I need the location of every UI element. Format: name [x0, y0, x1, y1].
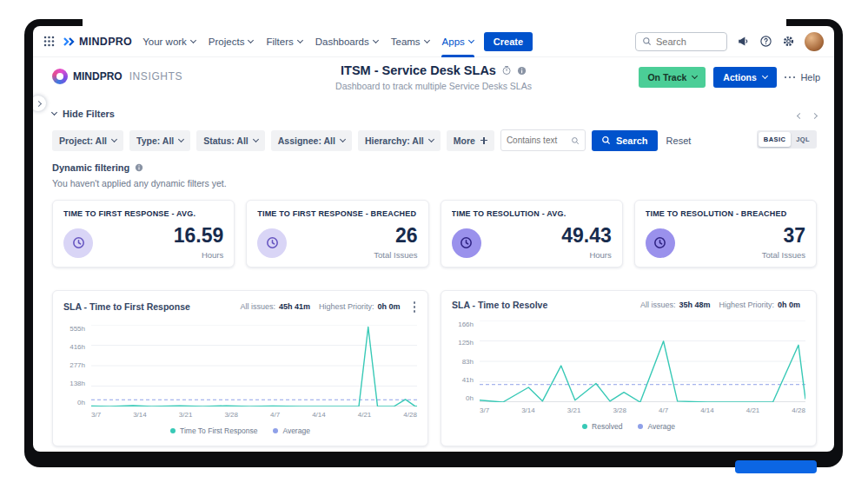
kpi-title: TIME TO FIRST RESPONSE - AVG.	[63, 209, 223, 218]
chevron-down-icon	[340, 135, 346, 142]
kpi-unit: Hours	[561, 250, 612, 260]
reset-button[interactable]: Reset	[666, 135, 692, 146]
info-icon[interactable]	[135, 163, 143, 172]
legend-item: Time To First Response	[170, 426, 257, 435]
kpi-value: 49.43	[561, 226, 612, 246]
contains-text-input[interactable]	[507, 135, 567, 145]
kpi-title: TIME TO RESOLUTION - BREACHED	[646, 209, 805, 218]
help-menu[interactable]: Help	[785, 72, 820, 83]
settings-gear-icon[interactable]	[782, 35, 795, 48]
filter-project[interactable]: Project: All	[52, 130, 123, 151]
contains-text-field[interactable]	[500, 129, 586, 151]
chevron-down-icon	[373, 36, 379, 43]
filter-type[interactable]: Type: All	[129, 130, 190, 151]
kpi-card-first-response-breached: TIME TO FIRST RESPONSE - BREACHED 26 Tot…	[246, 200, 428, 268]
header-actions: On Track Actions Help	[639, 67, 820, 88]
actions-button[interactable]: Actions	[713, 67, 777, 88]
filter-hierarchy[interactable]: Hierarchy: All	[358, 130, 441, 151]
user-avatar[interactable]	[805, 32, 824, 51]
page-title: ITSM - Service Desk SLAs	[341, 63, 496, 77]
kpi-unit: Total Issues	[374, 250, 417, 260]
nav-item-apps[interactable]: Apps	[440, 26, 476, 57]
dynamic-filtering-title: Dynamic filtering	[52, 162, 817, 173]
chevron-down-icon	[111, 135, 117, 142]
sla-clock-icon	[452, 228, 481, 258]
insights-brand-suffix: INSIGHTS	[129, 70, 182, 83]
legend-dot-series-icon	[170, 428, 176, 433]
insights-brand-name: MINDPRO	[73, 70, 123, 83]
line-chart-plot	[91, 325, 417, 406]
insights-brand: MINDPRO INSIGHTS	[52, 69, 182, 84]
mindpro-logo-text: MINDPRO	[79, 36, 132, 48]
chart-title: SLA - Time to First Response	[63, 301, 190, 312]
nav-item-your-work[interactable]: Your work	[140, 26, 198, 57]
search-icon	[601, 135, 611, 145]
chevron-down-icon	[248, 36, 254, 43]
line-chart-plot	[480, 320, 805, 402]
global-search[interactable]	[635, 32, 727, 51]
chart-menu-kebab-icon[interactable]	[412, 300, 418, 314]
kpi-title: TIME TO RESOLUTION - AVG.	[452, 209, 612, 218]
legend-dot-series-icon	[582, 424, 587, 429]
legend-item: Resolved	[582, 422, 622, 431]
timer-icon	[501, 65, 512, 76]
chevron-down-icon	[424, 36, 430, 43]
legend-item: Average	[638, 422, 675, 431]
search-icon	[642, 36, 652, 46]
title-block: ITSM - Service Desk SLAs Dashboard to tr…	[335, 63, 532, 91]
chevron-down-icon	[428, 135, 434, 142]
create-button[interactable]: Create	[484, 32, 533, 51]
sla-clock-icon	[646, 228, 675, 258]
kpi-card-resolution-breached: TIME TO RESOLUTION - BREACHED 37 Total I…	[634, 200, 817, 268]
chat-widget-button[interactable]	[735, 460, 817, 473]
nav-item-projects[interactable]: Projects	[206, 26, 256, 57]
chart-stats: All issues:35h 48m Highest Priority:0h 0…	[640, 301, 805, 309]
prev-page-button[interactable]	[798, 106, 802, 122]
mode-basic-button[interactable]: BASIC	[759, 132, 791, 147]
chevron-right-icon	[812, 113, 818, 119]
legend-dot-average-icon	[273, 428, 278, 433]
filter-more[interactable]: More	[447, 130, 494, 151]
chevron-down-icon	[253, 135, 259, 142]
charts-row: SLA - Time to First Response All issues:…	[52, 290, 817, 446]
insights-logo-icon	[52, 69, 68, 84]
sla-clock-icon	[63, 228, 93, 258]
filter-assignee[interactable]: Assignee: All	[271, 130, 352, 151]
next-page-button[interactable]	[812, 106, 817, 122]
chevron-down-icon	[297, 36, 303, 43]
kpi-value: 37	[762, 226, 805, 246]
filter-status[interactable]: Status: All	[196, 130, 265, 151]
help-label: Help	[800, 72, 820, 83]
x-axis: 3/73/14 3/213/28 4/74/14 4/214/28	[480, 406, 805, 414]
nav-item-teams[interactable]: Teams	[388, 26, 432, 57]
legend-item: Average	[273, 426, 310, 435]
chevron-down-icon	[692, 73, 698, 79]
kpi-unit: Total Issues	[762, 250, 805, 260]
search-icon	[571, 136, 580, 145]
mode-jql-button[interactable]: JQL	[791, 132, 815, 147]
kpi-card-first-response-avg: TIME TO FIRST RESPONSE - AVG. 16.59 Hour…	[52, 200, 235, 268]
more-options-icon	[785, 76, 796, 79]
kpi-card-resolution-avg: TIME TO RESOLUTION - AVG. 49.43 Hours	[441, 200, 623, 268]
y-axis: 0h 138h 277h 416h 555h	[63, 325, 91, 406]
filter-search-button[interactable]: Search	[592, 130, 658, 151]
info-icon[interactable]	[517, 66, 527, 76]
kpi-unit: Hours	[174, 250, 224, 260]
app-switcher-icon[interactable]	[43, 36, 55, 47]
search-input[interactable]	[656, 36, 720, 47]
help-icon[interactable]	[759, 35, 772, 48]
chevron-left-icon	[797, 113, 803, 119]
chart-legend: Time To First Response Average	[63, 426, 417, 435]
nav-item-filters[interactable]: Filters	[263, 26, 304, 57]
status-badge[interactable]: On Track	[639, 67, 706, 88]
announcement-icon[interactable]	[737, 35, 750, 48]
hide-filters-toggle[interactable]: Hide Filters	[52, 109, 115, 119]
chevron-right-icon	[35, 100, 41, 106]
sla-clock-icon	[257, 228, 287, 258]
nav-item-dashboards[interactable]: Dashboards	[313, 26, 381, 57]
mindpro-logo[interactable]: MINDPRO	[63, 36, 132, 48]
navbar-right	[635, 32, 824, 51]
kpi-value: 26	[374, 226, 417, 246]
chart-stats: All issues:45h 41m Highest Priority:0h 0…	[240, 302, 405, 311]
chevron-down-icon	[468, 36, 474, 43]
